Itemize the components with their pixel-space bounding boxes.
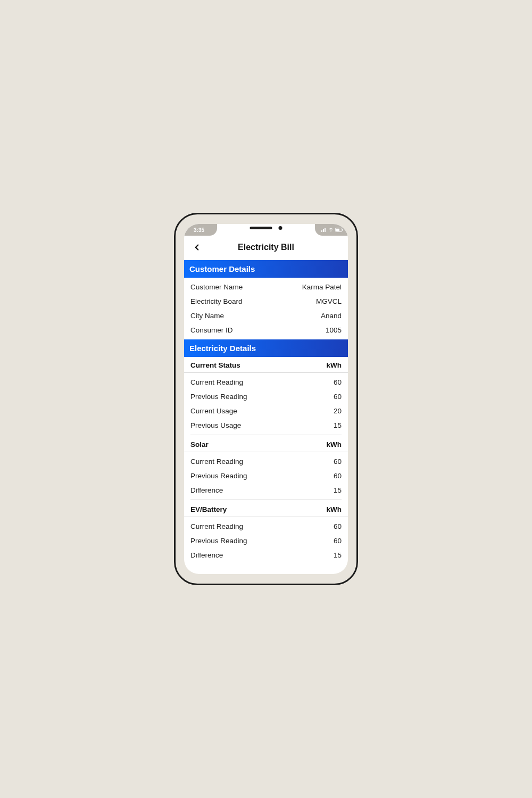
svg-rect-2 <box>325 228 326 232</box>
screen: 3:35 Electricity Bill Customer Details <box>184 224 348 574</box>
svg-rect-1 <box>323 229 324 232</box>
detail-value: 15 <box>334 551 342 559</box>
detail-row: City Name Anand <box>184 309 348 323</box>
section-header-customer: Customer Details <box>184 260 348 278</box>
group-header: Current Status kWh <box>184 357 348 373</box>
detail-row: Current Usage 20 <box>184 404 348 418</box>
detail-label: Current Reading <box>190 378 243 386</box>
detail-value: 60 <box>334 393 342 401</box>
page-title: Electricity Bill <box>238 243 294 252</box>
app-header: Electricity Bill <box>184 236 348 260</box>
detail-row: Current Reading 60 <box>184 519 348 534</box>
detail-label: Previous Reading <box>190 472 247 480</box>
detail-label: Previous Usage <box>190 421 241 429</box>
divider <box>190 500 342 500</box>
detail-row: Current Reading 60 <box>184 375 348 389</box>
detail-label: Electricity Board <box>190 297 243 305</box>
svg-rect-5 <box>342 229 343 231</box>
status-left-pill: 3:35 <box>184 224 217 236</box>
group-unit: kWh <box>327 440 342 448</box>
group-unit: kWh <box>327 361 342 369</box>
detail-value: 60 <box>334 458 342 466</box>
detail-value: 15 <box>334 486 342 494</box>
status-bar: 3:35 <box>184 224 348 236</box>
group-heading: Current Status <box>190 361 240 369</box>
group-ev-battery: EV/Battery kWh Current Reading 60 Previo… <box>184 501 348 563</box>
chevron-left-icon <box>192 243 202 252</box>
signal-icon <box>321 228 327 232</box>
detail-label: Difference <box>190 551 223 559</box>
wifi-icon <box>328 228 334 232</box>
detail-value: MGVCL <box>316 297 342 305</box>
detail-row: Difference 15 <box>184 548 348 562</box>
detail-label: Consumer ID <box>190 326 233 334</box>
detail-label: Difference <box>190 486 223 494</box>
detail-value: 15 <box>334 421 342 429</box>
front-camera <box>279 226 282 230</box>
back-button[interactable] <box>190 241 203 254</box>
detail-label: City Name <box>190 312 224 320</box>
detail-label: Previous Reading <box>190 393 247 401</box>
detail-row: Consumer ID 1005 <box>184 323 348 337</box>
detail-row: Current Reading 60 <box>184 454 348 469</box>
customer-details-block: Customer Name Karma Patel Electricity Bo… <box>184 278 348 339</box>
group-heading: Solar <box>190 440 209 448</box>
detail-row: Electricity Board MGVCL <box>184 294 348 309</box>
detail-value: 20 <box>334 407 342 415</box>
detail-value: 60 <box>334 537 342 545</box>
detail-value: 60 <box>334 472 342 480</box>
section-header-electricity: Electricity Details <box>184 339 348 357</box>
group-header: EV/Battery kWh <box>184 501 348 517</box>
status-icons <box>321 228 344 232</box>
status-right-pill <box>315 224 348 236</box>
detail-value: 60 <box>334 522 342 530</box>
group-solar: Solar kWh Current Reading 60 Previous Re… <box>184 436 348 501</box>
detail-label: Current Reading <box>190 522 243 530</box>
detail-row: Previous Reading 60 <box>184 534 348 548</box>
detail-value: 60 <box>334 378 342 386</box>
divider <box>190 435 342 435</box>
detail-row: Customer Name Karma Patel <box>184 280 348 294</box>
group-header: Solar kWh <box>184 436 348 452</box>
group-unit: kWh <box>327 505 342 513</box>
detail-label: Current Usage <box>190 407 237 415</box>
svg-rect-0 <box>321 230 322 232</box>
detail-value: Karma Patel <box>302 283 342 291</box>
group-heading: EV/Battery <box>190 505 227 513</box>
svg-rect-4 <box>336 229 339 231</box>
notch <box>250 226 282 230</box>
detail-row: Difference 15 <box>184 483 348 497</box>
detail-label: Previous Reading <box>190 537 247 545</box>
status-time: 3:35 <box>194 227 204 233</box>
detail-row: Previous Usage 15 <box>184 418 348 433</box>
detail-value: 1005 <box>326 326 342 334</box>
detail-row: Previous Reading 60 <box>184 389 348 404</box>
detail-label: Current Reading <box>190 458 243 466</box>
detail-value: Anand <box>321 312 342 320</box>
detail-label: Customer Name <box>190 283 243 291</box>
speaker-grille <box>250 227 272 229</box>
group-current-status: Current Status kWh Current Reading 60 Pr… <box>184 357 348 436</box>
device-frame: 3:35 Electricity Bill Customer Details <box>174 213 358 585</box>
battery-icon <box>335 228 344 232</box>
detail-row: Previous Reading 60 <box>184 469 348 483</box>
